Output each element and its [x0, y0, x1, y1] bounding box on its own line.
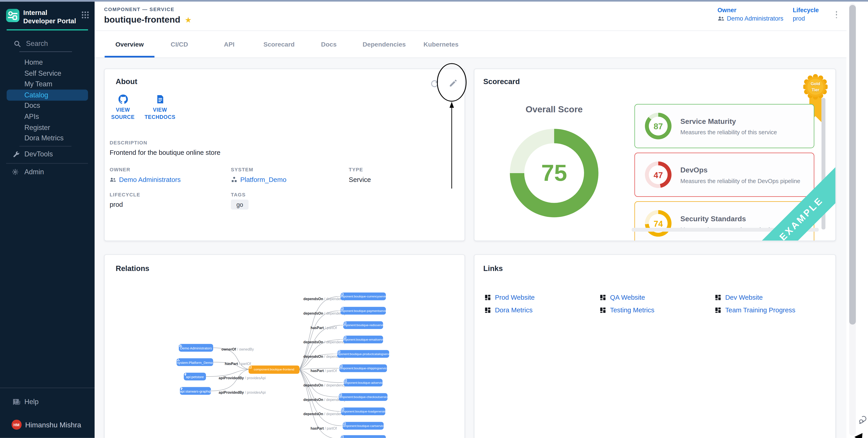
- owner-value[interactable]: Demo Administrators: [717, 15, 783, 22]
- overall-score-donut: 75: [510, 129, 598, 217]
- refresh-icon[interactable]: [430, 78, 439, 88]
- tab-ci-cd[interactable]: CI/CD: [155, 31, 204, 58]
- link-testing-metrics[interactable]: Testing Metrics: [600, 306, 715, 314]
- graph-node-component-boutique-checkoutservice[interactable]: component:boutique-checkoutservice: [339, 393, 388, 401]
- graph-node-component-boutique-loadgenerator[interactable]: component:boutique-loadgenerator: [341, 408, 385, 415]
- scorecard-item-devops[interactable]: 47 DevOps Measures the reliability of th…: [634, 153, 814, 197]
- graph-node-component-boutique-emailservice[interactable]: component:boutique-emailservice: [343, 336, 383, 343]
- overall-score-label: Overall Score: [510, 104, 598, 114]
- graph-node-component-boutique-shippingservice[interactable]: component:boutique-shippingservice: [339, 365, 387, 372]
- scorecard-card: Scorecard Gold Tier Overal: [474, 68, 836, 241]
- sidebar-item-admin[interactable]: Admin: [0, 167, 95, 178]
- brand-title: Internal Developer Portal: [23, 9, 76, 25]
- lifecycle-field-value: prod: [110, 201, 140, 208]
- main-area: COMPONENT — SERVICE boutique-frontend ★ …: [95, 2, 868, 438]
- links-title: Links: [483, 264, 503, 273]
- owner-field-label: OWNER: [110, 167, 181, 172]
- graph-node-demo-administrators[interactable]: Demo Administrators: [179, 344, 213, 351]
- sidebar-item-docs[interactable]: Docs: [0, 100, 95, 111]
- sidebar-item-home[interactable]: Home: [0, 57, 95, 68]
- more-options-kebab-icon[interactable]: [833, 11, 840, 22]
- search-placeholder: Search: [26, 40, 48, 48]
- scorecard-title: Scorecard: [483, 77, 520, 86]
- graph-node-api-starwars-graphql[interactable]: api:starwars-graphql: [180, 387, 211, 395]
- graph-node-component-boutique-cartservice[interactable]: component:boutique-cartservice: [343, 422, 383, 429]
- nav-divider: [20, 146, 71, 146]
- system-field-value[interactable]: Platform_Demo: [231, 176, 286, 183]
- sidebar-item-apis[interactable]: APIs: [0, 111, 95, 122]
- avatar: HM: [11, 420, 21, 430]
- tab-scorecard[interactable]: Scorecard: [254, 31, 304, 58]
- system-field-label: SYSTEM: [231, 167, 286, 172]
- score-name: Security Standards: [680, 214, 773, 223]
- sidebar-item-catalog[interactable]: Catalog: [6, 90, 88, 100]
- graph-node-component-boutique-paymentservice[interactable]: component:boutique-paymentservice: [341, 307, 386, 314]
- content-area: About VIEW SOURCE VIEW T: [95, 58, 846, 438]
- edge-label: ownerOf / ownedBy: [221, 347, 254, 351]
- tag-chip[interactable]: go: [231, 200, 249, 209]
- graph-node-component-boutique-adservice[interactable]: component:boutique-adservice: [344, 379, 382, 386]
- search-input[interactable]: Search: [0, 31, 95, 50]
- sidebar-item-my-team[interactable]: My Team: [0, 79, 95, 90]
- tab-dependencies[interactable]: Dependencies: [354, 31, 414, 58]
- apps-grid-icon[interactable]: [82, 11, 89, 21]
- sidebar-item-self-service[interactable]: Self Service: [0, 68, 95, 79]
- description-label: DESCRIPTION: [110, 140, 420, 145]
- dashboard-icon: [600, 307, 606, 313]
- edit-pencil-icon[interactable]: [448, 78, 458, 88]
- graph-node-focus-component-boutique-frontend[interactable]: component:boutique-frontend: [248, 365, 299, 374]
- sidebar-item-register[interactable]: Register: [0, 122, 95, 133]
- feedback-chat-icon[interactable]: [858, 415, 868, 425]
- tags-field-label: TAGS: [231, 192, 249, 197]
- score-description: Measures the reliability of this service: [680, 129, 777, 135]
- lifecycle-block: Lifecycle prod: [793, 6, 819, 22]
- graph-node-component-boutique-redisservice[interactable]: component:boutique-redisservice: [343, 322, 383, 329]
- brand-logo-icon: [6, 9, 20, 22]
- search-underline: [20, 52, 72, 52]
- tab-api[interactable]: API: [204, 31, 254, 58]
- brand: Internal Developer Portal: [0, 2, 95, 25]
- system-icon: [231, 176, 237, 183]
- sidebar-item-dora-metrics[interactable]: Dora Metrics: [0, 133, 95, 144]
- link-prod-website[interactable]: Prod Website: [485, 294, 600, 301]
- link-label: Team Training Progress: [725, 306, 795, 314]
- score-donut: 47: [645, 161, 671, 188]
- score-name: Service Maturity: [680, 117, 777, 125]
- gear-icon: [11, 169, 19, 176]
- user-menu[interactable]: HM Himanshu Mishra: [0, 418, 95, 432]
- link-qa-website[interactable]: QA Website: [600, 294, 715, 301]
- link-label: Testing Metrics: [610, 306, 654, 314]
- sidebar: Internal Developer Portal Search HomeSel…: [0, 2, 95, 438]
- tab-kubernetes[interactable]: Kubernetes: [414, 31, 467, 58]
- favorite-star-icon[interactable]: ★: [185, 16, 192, 24]
- link-team-training-progress[interactable]: Team Training Progress: [715, 306, 830, 314]
- view-techdocs-button[interactable]: VIEW TECHDOCS: [145, 95, 176, 121]
- page-scrollbar-thumb[interactable]: [849, 5, 856, 325]
- graph-node-system-platform-demo[interactable]: system:Platform_Demo: [177, 359, 213, 366]
- wrench-icon: [13, 150, 20, 158]
- link-label: Prod Website: [495, 294, 535, 301]
- scorecard-item-service-maturity[interactable]: 87 Service Maturity Measures the reliabi…: [634, 104, 814, 148]
- sidebar-bottom: ? Help HM Himanshu Mishra: [0, 388, 95, 438]
- link-label: Dora Metrics: [495, 306, 532, 314]
- edge-label: hasPart / partOf: [310, 326, 337, 330]
- sidebar-item-help[interactable]: ? Help: [0, 396, 95, 408]
- link-label: QA Website: [610, 294, 645, 301]
- dashboard-icon: [485, 294, 491, 301]
- dashboard-icon: [715, 294, 721, 301]
- owner-field-value[interactable]: Demo Administrators: [110, 176, 181, 183]
- lifecycle-value: prod: [793, 15, 819, 22]
- sidebar-item-devtools[interactable]: DevTools: [0, 149, 95, 160]
- graph-node-component-boutique-productcatalogservice[interactable]: component:boutique-productcatalogservice: [337, 350, 389, 358]
- tab-overview[interactable]: Overview: [104, 31, 154, 58]
- tier-line1: Gold: [803, 81, 828, 88]
- tab-docs[interactable]: Docs: [304, 31, 354, 58]
- view-source-button[interactable]: VIEW SOURCE: [107, 95, 138, 121]
- edge-label: hasPart / partOf: [310, 426, 337, 430]
- link-label: Dev Website: [725, 294, 763, 301]
- graph-node-api-petstore[interactable]: api:petstore: [184, 373, 206, 380]
- graph-node-clipped[interactable]: [341, 435, 386, 438]
- link-dev-website[interactable]: Dev Website: [715, 294, 830, 301]
- graph-node-component-boutique-currencyservice[interactable]: component:boutique-currencyservice: [341, 293, 386, 300]
- link-dora-metrics[interactable]: Dora Metrics: [485, 306, 600, 314]
